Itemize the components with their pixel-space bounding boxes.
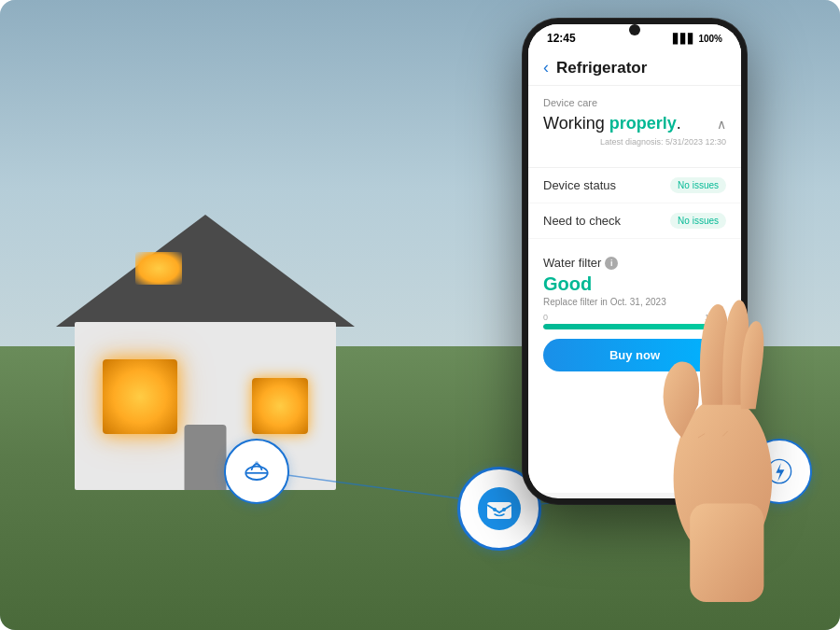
properly-label: properly xyxy=(609,114,677,133)
svg-rect-12 xyxy=(690,503,763,602)
back-button[interactable]: ‹ xyxy=(543,58,549,77)
background-scene: 12:45 ▋▋▋ 100% ‹ Refrigerator Dev xyxy=(0,0,840,630)
left-appliance-icon xyxy=(224,439,289,504)
period: . xyxy=(677,114,681,133)
collapse-chevron[interactable]: ∧ xyxy=(717,117,726,132)
svg-point-5 xyxy=(255,461,259,465)
house xyxy=(56,229,355,490)
camera-notch xyxy=(629,24,640,35)
section-label: Device care xyxy=(543,97,726,108)
roof-window xyxy=(135,252,182,285)
status-time: 12:45 xyxy=(547,32,576,45)
house-door xyxy=(185,425,227,490)
app-header: ‹ Refrigerator xyxy=(528,49,741,86)
house-body xyxy=(75,322,336,490)
hand-svg xyxy=(616,187,821,607)
house-window-left xyxy=(103,359,177,434)
working-label: Working xyxy=(543,114,609,133)
signal-icon: ▋▋▋ xyxy=(673,34,695,44)
working-status-text: Working properly. xyxy=(543,114,681,133)
hand-illustration xyxy=(588,140,821,607)
status-icons: ▋▋▋ 100% xyxy=(673,34,722,44)
progress-min-label: 0 xyxy=(543,313,548,322)
house-window-right xyxy=(252,378,308,434)
battery-indicator: 100% xyxy=(698,34,722,44)
phone-wrapper: 12:45 ▋▋▋ 100% ‹ Refrigerator Dev xyxy=(495,19,812,597)
page-title: Refrigerator xyxy=(556,59,647,77)
status-heading: Working properly. ∧ xyxy=(543,114,726,133)
house-roof xyxy=(56,215,355,327)
